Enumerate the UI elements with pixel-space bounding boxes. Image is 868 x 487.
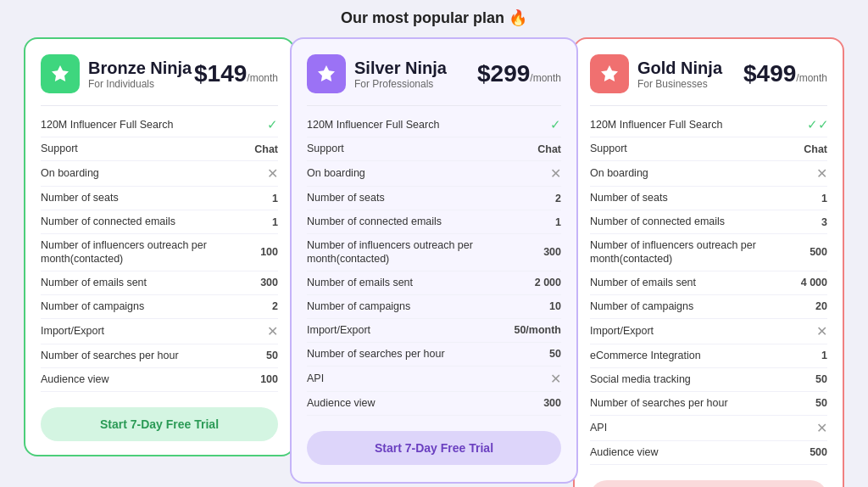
feature-value: 1 — [821, 350, 827, 361]
feature-name: Number of campaigns — [307, 299, 549, 313]
feature-row: Number of influencers outreach per month… — [590, 234, 827, 271]
plan-name-block: Silver Ninja For Professionals — [354, 58, 477, 90]
price-period: /month — [530, 72, 561, 84]
feature-name: Number of searches per hour — [41, 349, 266, 362]
feature-row: 120M Influencer Full Search ✓ — [41, 113, 278, 137]
feature-name: Number of searches per hour — [307, 347, 549, 361]
feature-row: Number of influencers outreach per month… — [307, 234, 561, 271]
feature-row: eCommerce Integration 1 — [590, 344, 827, 368]
feature-name: Number of influencers outreach per month… — [307, 238, 543, 266]
feature-name: 120M Influencer Full Search — [590, 118, 807, 132]
feature-name: Number of connected emails — [307, 215, 555, 228]
feature-value: 500 — [810, 446, 827, 458]
feature-row: Number of emails sent 4 000 — [590, 271, 827, 295]
plan-price: $499/month — [743, 60, 827, 87]
feature-value: 300 — [260, 277, 278, 288]
feature-row: Number of searches per hour 50 — [590, 392, 827, 416]
plans-container: Bronze Ninja For Individuals $149/month … — [8, 37, 860, 487]
feature-name: Number of campaigns — [590, 299, 815, 313]
feature-name: Import/Export — [590, 324, 816, 338]
feature-name: Social media tracking — [590, 372, 815, 386]
price-period: /month — [247, 72, 278, 84]
cta-button-gold[interactable]: Start 7-Day Free Trial — [590, 480, 827, 488]
feature-row: Number of campaigns 10 — [307, 295, 561, 319]
check-icon: ✓ — [550, 117, 561, 132]
feature-value: 50 — [549, 348, 561, 360]
feature-row: Number of emails sent 300 — [41, 271, 278, 295]
feature-value: 2 — [272, 300, 278, 312]
cta-button-silver[interactable]: Start 7-Day Free Trial — [307, 431, 561, 465]
plan-card-bronze: Bronze Ninja For Individuals $149/month … — [24, 37, 295, 456]
feature-name: Number of seats — [590, 191, 821, 204]
plan-card-silver: Silver Ninja For Professionals $299/mont… — [290, 37, 578, 484]
feature-name: Number of emails sent — [307, 276, 535, 289]
feature-name: Audience view — [590, 445, 810, 459]
feature-row: Number of searches per hour 50 — [307, 343, 561, 367]
feature-row: Audience view 100 — [41, 368, 278, 392]
feature-value: 50 — [266, 350, 278, 361]
feature-row: Number of searches per hour 50 — [41, 344, 278, 368]
feature-row: Number of campaigns 2 — [41, 295, 278, 319]
plan-name: Silver Ninja — [354, 58, 477, 78]
plan-header: Gold Ninja For Businesses $499/month — [590, 54, 827, 93]
feature-name: Number of connected emails — [590, 215, 821, 228]
features-list: 120M Influencer Full Search ✓ ✓ Support … — [590, 105, 827, 465]
feature-value: 1 — [821, 193, 827, 204]
plan-price: $299/month — [477, 60, 561, 87]
feature-row: On boarding ✕ — [41, 161, 278, 187]
plan-name: Gold Ninja — [637, 58, 743, 78]
feature-name: Number of connected emails — [41, 215, 272, 228]
feature-name: Number of seats — [41, 191, 272, 204]
feature-row: Audience view 500 — [590, 441, 827, 465]
check-icon: ✓ — [267, 117, 278, 132]
feature-name: Number of influencers outreach per month… — [590, 238, 810, 266]
feature-row: Audience view 300 — [307, 392, 561, 416]
price-amount: $299 — [477, 60, 530, 87]
feature-value: 2 000 — [535, 277, 561, 288]
feature-row: Support Chat — [590, 137, 827, 161]
feature-value: 4 000 — [801, 277, 827, 288]
plan-icon-bronze — [41, 54, 80, 93]
feature-row: Import/Export 50/month — [307, 319, 561, 343]
feature-name: Number of campaigns — [41, 299, 272, 313]
feature-row: API ✕ — [307, 367, 561, 392]
feature-value: 500 — [810, 246, 827, 258]
feature-name: Audience view — [41, 372, 260, 386]
feature-value: 1 — [272, 193, 278, 204]
feature-value: 50 — [815, 397, 827, 409]
plan-subtitle: For Businesses — [637, 78, 743, 90]
plan-price: $149/month — [194, 60, 278, 87]
cross-icon: ✕ — [267, 165, 278, 182]
plan-name: Bronze Ninja — [88, 58, 194, 78]
feature-row: Number of emails sent 2 000 — [307, 271, 561, 295]
feature-row: Number of campaigns 20 — [590, 295, 827, 319]
feature-value: 20 — [815, 300, 827, 312]
plan-subtitle: For Professionals — [354, 78, 477, 90]
plan-header: Silver Ninja For Professionals $299/mont… — [307, 54, 561, 93]
feature-row: Number of influencers outreach per month… — [41, 234, 278, 271]
feature-name: Number of seats — [307, 191, 555, 204]
feature-name: API — [307, 372, 550, 385]
feature-row: Number of seats 1 — [41, 187, 278, 210]
plan-icon-silver — [307, 54, 346, 93]
feature-row: Number of connected emails 1 — [41, 210, 278, 234]
feature-row: 120M Influencer Full Search ✓ ✓ — [590, 113, 827, 137]
features-list: 120M Influencer Full Search ✓ Support Ch… — [307, 105, 561, 416]
double-check-icon: ✓ ✓ — [807, 117, 827, 132]
feature-name: Audience view — [307, 396, 543, 410]
cross-icon: ✕ — [550, 165, 561, 182]
feature-name: 120M Influencer Full Search — [307, 118, 550, 132]
price-period: /month — [796, 72, 827, 84]
plan-icon-gold — [590, 54, 629, 93]
feature-row: Number of connected emails 1 — [307, 210, 561, 234]
feature-name: Import/Export — [307, 323, 514, 337]
feature-value: Chat — [254, 143, 278, 155]
feature-name: eCommerce Integration — [590, 349, 821, 362]
cta-button-bronze[interactable]: Start 7-Day Free Trial — [41, 407, 278, 441]
feature-value: 50/month — [514, 324, 561, 336]
feature-name: Support — [590, 142, 804, 155]
feature-name: Number of emails sent — [590, 276, 801, 289]
feature-value: 1 — [272, 216, 278, 228]
plan-header: Bronze Ninja For Individuals $149/month — [41, 54, 278, 93]
feature-row: On boarding ✕ — [307, 161, 561, 187]
